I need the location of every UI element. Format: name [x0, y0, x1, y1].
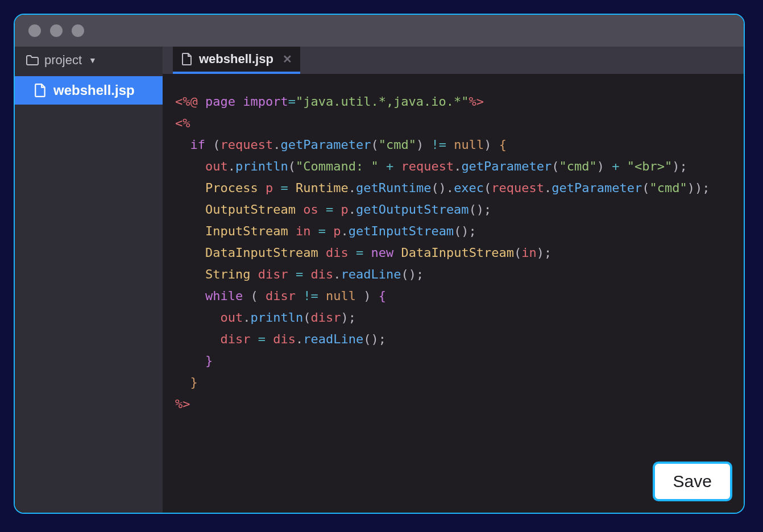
code-editor[interactable]: <%@ page import="java.util.*,java.io.*"%…: [163, 74, 744, 513]
tab-webshell[interactable]: webshell.jsp ✕: [173, 47, 300, 74]
editor-window: project ▼ webshell.jsp ✕ webshell.jsp <%: [14, 14, 745, 514]
tab-strip: webshell.jsp ✕: [163, 47, 744, 74]
body: webshell.jsp <%@ page import="java.util.…: [15, 74, 744, 513]
folder-icon: [26, 53, 39, 68]
save-button[interactable]: Save: [653, 462, 732, 501]
file-icon: [181, 52, 193, 66]
window-minimize-dot[interactable]: [50, 24, 63, 37]
window-zoom-dot[interactable]: [72, 24, 84, 37]
toolbar-row: project ▼ webshell.jsp ✕: [15, 47, 744, 74]
titlebar: [15, 15, 744, 47]
project-label: project: [44, 53, 82, 68]
code-content: <%@ page import="java.util.*,java.io.*"%…: [163, 74, 744, 415]
sidebar-item-webshell[interactable]: webshell.jsp: [15, 76, 163, 105]
chevron-down-icon: ▼: [89, 56, 97, 65]
project-selector[interactable]: project ▼: [15, 47, 163, 74]
save-button-label: Save: [673, 472, 712, 491]
close-icon[interactable]: ✕: [283, 52, 292, 66]
sidebar-file-label: webshell.jsp: [53, 82, 135, 98]
tab-label: webshell.jsp: [199, 52, 273, 66]
sidebar: webshell.jsp: [15, 74, 163, 513]
file-icon: [34, 83, 47, 98]
window-close-dot[interactable]: [28, 24, 41, 37]
